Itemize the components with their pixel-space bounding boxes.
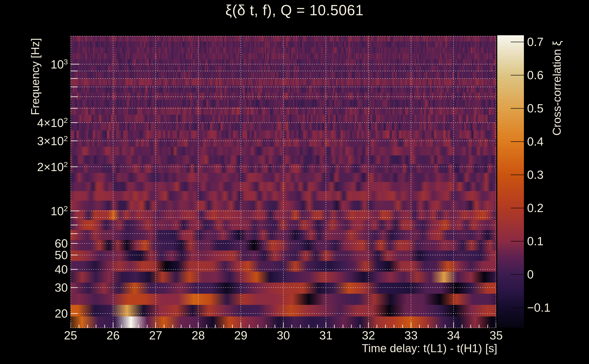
figure: ξ(δ t, f), Q = 10.5061 Frequency [Hz] Ti… (0, 0, 589, 364)
y-tick-label: 3×102 (13, 135, 68, 147)
heatmap-canvas (71, 36, 496, 328)
x-tick-label: 34 (435, 329, 472, 341)
x-tick-label: 32 (350, 329, 387, 341)
y-tick-label: 20 (13, 308, 68, 319)
y-tick-label: 40 (13, 263, 68, 275)
colorbar-canvas (497, 35, 524, 328)
x-tick-label: 27 (137, 329, 174, 341)
x-tick-label: 31 (308, 329, 344, 341)
y-axis-label: Frequency [Hz] (29, 38, 41, 115)
y-tick-label: 4×102 (13, 117, 68, 129)
x-tick-label: 33 (393, 329, 429, 341)
x-tick-label: 28 (180, 329, 216, 341)
y-tick-label: 103 (13, 58, 68, 70)
x-tick-label: 29 (223, 329, 259, 341)
colorbar-tick-label: 0.5 (527, 102, 543, 114)
colorbar-tick-label: 0.3 (527, 169, 543, 181)
x-tick-label: 26 (95, 329, 131, 341)
y-tick-label: 50 (13, 249, 68, 261)
x-tick-label: 35 (478, 329, 514, 341)
x-tick-label: 25 (52, 329, 89, 341)
colorbar-tick-label: 0.1 (527, 235, 543, 247)
plot-title: ξ(δ t, f), Q = 10.5061 (0, 2, 589, 19)
y-tick-label: 30 (13, 282, 68, 293)
colorbar-tick-label: 0.2 (527, 202, 543, 214)
colorbar-tick-label: 0 (527, 268, 534, 280)
x-tick-label: 30 (265, 329, 301, 341)
colorbar-tick-label: 0.7 (527, 36, 543, 48)
y-tick-label: 2×102 (13, 161, 68, 173)
colorbar-tick-label: −0.1 (527, 302, 550, 313)
colorbar-label: Cross-correlation ξ (551, 41, 563, 136)
y-tick-label: 102 (13, 205, 68, 217)
colorbar-tick-label: 0.4 (527, 136, 543, 147)
y-tick-label: 60 (13, 238, 68, 249)
colorbar-tick-label: 0.6 (527, 69, 543, 81)
x-axis-label: Time delay: t(L1) - t(H1) [s] (228, 342, 497, 355)
